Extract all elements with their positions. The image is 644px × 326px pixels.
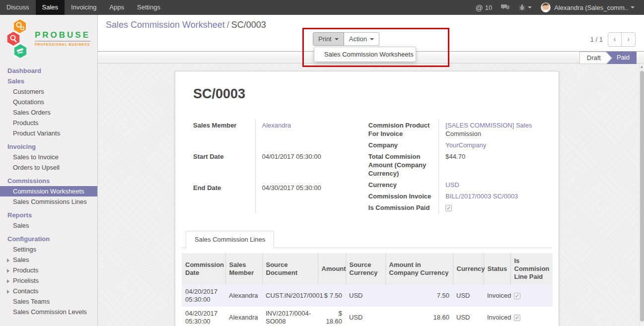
table-header-row: Commission Date Sales Member Source Docu…: [182, 253, 553, 285]
field-value-currency[interactable]: USD: [445, 181, 459, 189]
menu-settings[interactable]: Settings: [131, 0, 167, 15]
menu-discuss[interactable]: Discuss: [0, 0, 36, 15]
scrollbar-thumb[interactable]: [640, 71, 644, 322]
sidebar-item-commission-worksheets[interactable]: Commission Worksheets: [0, 186, 97, 196]
sidebar-item-sales-commission-levels[interactable]: Sales Commission Levels: [0, 307, 97, 317]
sidebar-item-dashboard[interactable]: Dashboard: [0, 65, 97, 76]
print-dropdown-menu: Sales Commission Worksheets: [314, 47, 416, 62]
pager-next-button[interactable]: ›: [622, 33, 635, 46]
probuse-logo-mark: [7, 18, 33, 59]
at-icon: @: [475, 3, 483, 12]
col-amount-company-currency[interactable]: Amount in Company Currency: [385, 253, 453, 285]
sidebar-item-customers[interactable]: Customers: [0, 86, 97, 97]
sidebar-item-settings[interactable]: Settings: [0, 244, 97, 255]
action-button[interactable]: Action: [344, 32, 379, 46]
is-commission-paid-checkbox[interactable]: [445, 205, 452, 211]
chevron-down-icon: [631, 6, 635, 8]
field-value-sales-member[interactable]: Alexandra: [262, 122, 291, 129]
col-commission-date[interactable]: Commission Date: [182, 253, 225, 285]
field-label-total-commission: Total Commision Amount (Company Currency…: [368, 151, 439, 179]
sidebar-item-reports-sales[interactable]: Sales: [0, 220, 97, 231]
line-paid-checkbox[interactable]: [514, 315, 520, 321]
expand-arrow-icon: [7, 269, 9, 273]
control-panel: Sales Commission Worksheet/SC/0003 Print…: [98, 15, 644, 51]
sidebar-item-quotations[interactable]: Quotations: [0, 97, 97, 107]
mentions-counter[interactable]: @ 10: [475, 3, 492, 12]
sidebar-section-configuration[interactable]: Configuration: [0, 234, 97, 244]
breadcrumb-current: SC/0003: [231, 20, 266, 30]
print-button[interactable]: Print: [313, 32, 344, 46]
col-sales-member[interactable]: Sales Member: [225, 253, 262, 285]
sidebar-item-sales-to-invoice[interactable]: Sales to Invoice: [0, 152, 97, 162]
sidebar-item-sales-commissions-lines[interactable]: Sales Commissions Lines: [0, 196, 97, 207]
col-amount[interactable]: Amount: [318, 253, 346, 285]
field-label-company: Company: [368, 139, 439, 151]
field-value-total-commission: $44.70: [439, 151, 541, 179]
vertical-scrollbar[interactable]: ▲: [639, 64, 644, 326]
menu-apps[interactable]: Apps: [103, 0, 131, 15]
pager-counter: 1 / 1: [590, 36, 603, 43]
table-row[interactable]: 04/20/2017 05:30:00 Alexandra CUST.IN/20…: [182, 285, 553, 307]
sidebar-section-commissions[interactable]: Commissions: [0, 176, 97, 186]
commission-lines-table: Commission Date Sales Member Source Docu…: [182, 253, 553, 326]
sidebar-item-config-contacts[interactable]: Contacts: [0, 286, 97, 296]
col-source-currency[interactable]: Source Currency: [346, 253, 385, 285]
sidebar-section-invoicing[interactable]: Invoicing: [0, 141, 97, 152]
sidebar-item-products[interactable]: Products: [0, 118, 97, 128]
field-value-company[interactable]: YourCompany: [445, 141, 486, 149]
pager: 1 / 1 ‹ ›: [590, 32, 636, 47]
pager-previous-button[interactable]: ‹: [608, 33, 622, 46]
breadcrumb-separator: /: [227, 20, 229, 30]
mention-count: 10: [485, 4, 492, 11]
line-paid-checkbox[interactable]: [514, 293, 520, 299]
field-label-start-date: Start Date: [193, 151, 255, 182]
company-logo[interactable]: PROBUSE PROFESSIONAL BUSINESS: [0, 15, 97, 59]
chevron-down-icon: [335, 38, 339, 40]
col-currency[interactable]: Currency: [453, 253, 484, 285]
sidebar-nav: Dashboard Sales Customers Quotations Sal…: [0, 65, 97, 317]
menu-invoicing[interactable]: Invoicing: [65, 0, 103, 15]
sidebar-section-sales[interactable]: Sales: [0, 76, 97, 86]
user-name: Alexandra (Sales_comm..: [554, 4, 628, 11]
sidebar-item-sales-teams[interactable]: Sales Teams: [0, 296, 97, 307]
sidebar-item-sales-orders[interactable]: Sales Orders: [0, 107, 97, 118]
breadcrumb-parent-link[interactable]: Sales Commission Worksheet: [106, 20, 225, 30]
sidebar-item-config-sales[interactable]: Sales: [0, 255, 97, 265]
status-step-draft[interactable]: Draft: [579, 52, 606, 64]
statusbar: Draft Paid: [579, 52, 637, 64]
sidebar-item-config-pricelists[interactable]: Pricelists: [0, 275, 97, 286]
notebook: Sales Commission Lines Commission Date S…: [182, 230, 552, 326]
form-sheet: SC/0003 Sales Member Alexandra Start Dat…: [175, 71, 559, 326]
scroll-up-arrow-icon[interactable]: ▲: [640, 64, 644, 70]
sidebar: PROBUSE PROFESSIONAL BUSINESS Dashboard …: [0, 15, 98, 326]
sidebar-section-reports[interactable]: Reports: [0, 210, 97, 220]
field-value-end-date: 04/30/2017 05:30:00: [255, 182, 358, 213]
col-status[interactable]: Status: [484, 253, 510, 285]
app-menu: Discuss Sales Invoicing Apps Settings: [0, 0, 167, 15]
table-row[interactable]: 04/20/2017 05:30:00 Alexandra INV/2017/0…: [182, 307, 553, 326]
field-value-start-date: 04/01/2017 05:30:00: [255, 151, 358, 182]
logo-title: PROBUSE: [35, 30, 90, 42]
logo-subtitle: PROFESSIONAL BUSINESS: [35, 43, 90, 46]
menu-sales[interactable]: Sales: [36, 0, 65, 15]
form-fields: Sales Member Alexandra Start Date 04/01/…: [193, 120, 541, 213]
user-menu[interactable]: Alexandra (Sales_comm..: [541, 2, 635, 12]
field-value-commission-product: [SALES COMMISSION] SalesCommission: [439, 120, 541, 139]
menu-item-sales-commission-worksheets[interactable]: Sales Commission Worksheets: [314, 47, 416, 62]
tab-sales-commission-lines[interactable]: Sales Commission Lines: [186, 231, 274, 248]
messages-icon[interactable]: [501, 4, 510, 11]
field-value-commission-invoice[interactable]: BILL/2017/0003 SC/0003: [445, 193, 518, 200]
field-label-end-date: End Date: [193, 182, 255, 213]
expand-arrow-icon: [7, 279, 9, 283]
field-label-commission-invoice: Commission Invoice: [368, 191, 439, 202]
sidebar-item-product-variants[interactable]: Product Variants: [0, 128, 97, 138]
sidebar-item-config-products[interactable]: Products: [0, 265, 97, 275]
sidebar-item-orders-to-upsell[interactable]: Orders to Upsell: [0, 162, 97, 173]
debug-menu[interactable]: [519, 4, 532, 11]
col-source-document[interactable]: Source Document: [262, 253, 318, 285]
field-label-currency: Currency: [368, 179, 439, 191]
breadcrumb: Sales Commission Worksheet/SC/0003: [106, 20, 266, 30]
chevron-down-icon: [528, 6, 532, 8]
col-is-commission-line-paid[interactable]: Is Commision Line Paid: [510, 253, 553, 285]
commission-product-link[interactable]: [SALES COMMISSION] Sales: [445, 122, 532, 129]
